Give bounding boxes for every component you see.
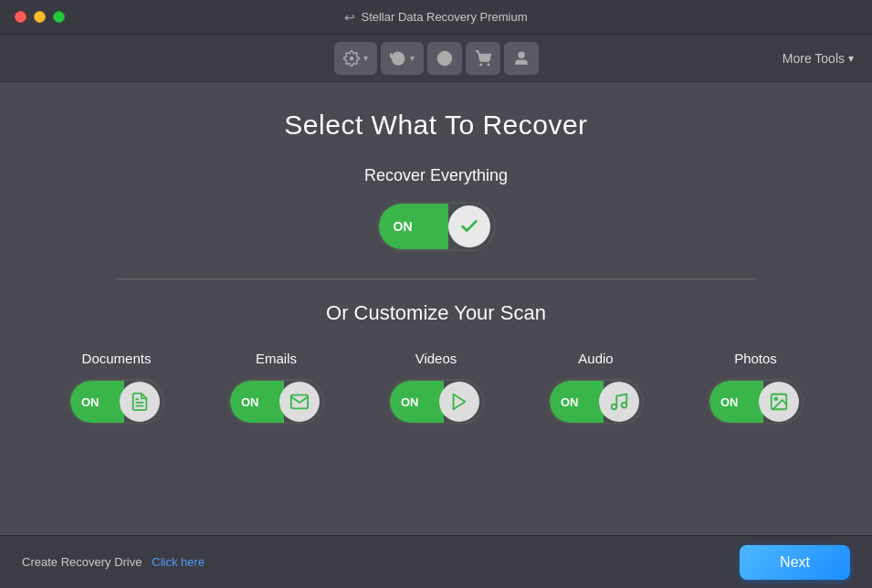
category-emails-label: Emails [256,351,297,366]
restore-icon [390,50,406,67]
videos-toggle-on: ON [401,395,419,409]
category-photos: Photos ON [676,351,835,425]
minimize-button[interactable] [34,11,46,23]
create-recovery-text: Create Recovery Drive [22,555,142,569]
recover-everything-toggle[interactable]: ON [377,202,496,251]
click-here-link[interactable]: Click here [152,555,205,569]
gear-icon [343,50,360,67]
titlebar: ↩ Stellar Data Recovery Premium [0,0,872,35]
audio-toggle-knob [599,382,639,422]
category-documents-label: Documents [82,351,152,366]
settings-dropdown-icon: ▾ [363,53,368,63]
category-documents: Documents ON [37,351,196,425]
svg-point-4 [519,52,524,58]
svg-point-11 [774,397,777,400]
category-emails: Emails ON [196,351,356,425]
close-button[interactable] [15,11,26,23]
documents-toggle-on: ON [81,395,100,409]
restore-dropdown-icon: ▾ [410,53,415,63]
cart-button[interactable] [466,42,500,75]
recover-everything-label: Recover Everything [364,166,508,185]
svg-point-2 [480,64,482,66]
emails-toggle[interactable]: ON [228,379,324,425]
photos-toggle-on: ON [720,395,739,409]
bottom-bar: Create Recovery Drive Click here Next [0,535,872,588]
help-icon [436,50,453,67]
photos-toggle[interactable]: ON [708,379,804,425]
next-button[interactable]: Next [740,545,850,580]
category-videos-label: Videos [415,351,457,366]
more-tools-chevron: ▾ [848,52,854,65]
main-content: Select What To Recover Recover Everythin… [0,82,872,443]
audio-icon [609,392,629,412]
photo-icon [769,392,789,412]
checkmark-icon [459,216,479,236]
maximize-button[interactable] [53,11,65,23]
customize-label: Or Customize Your Scan [326,301,546,325]
category-photos-label: Photos [734,351,777,366]
page-title: Select What To Recover [284,110,587,141]
audio-toggle[interactable]: ON [548,379,644,425]
app-title: Stellar Data Recovery Premium [361,10,527,24]
svg-marker-7 [454,394,466,410]
emails-toggle-on: ON [241,395,259,409]
toggle-on-label: ON [394,219,413,234]
document-icon [130,392,150,412]
section-divider [117,278,756,279]
category-audio: Audio ON [516,351,676,425]
toolbar-center: ▾ ▾ [334,42,539,75]
more-tools-label: More Tools [783,51,845,66]
video-icon [449,392,469,412]
email-icon [289,392,310,412]
restore-button[interactable]: ▾ [381,42,424,75]
toggle-knob [448,205,490,247]
more-tools-button[interactable]: More Tools ▾ [783,51,854,66]
documents-toggle[interactable]: ON [68,379,164,425]
svg-point-8 [612,404,617,410]
toolbar: ▾ ▾ More Tools ▾ [0,35,872,82]
emails-toggle-knob [279,382,320,422]
traffic-lights [15,11,65,23]
help-button[interactable] [427,42,462,75]
recover-everything-toggle-container: ON [377,202,496,251]
photos-toggle-knob [759,382,799,422]
svg-point-9 [622,403,627,408]
categories-row: Documents ON Emails [37,351,835,425]
create-recovery-section: Create Recovery Drive Click here [22,555,205,569]
category-videos: Videos ON [356,351,516,425]
back-icon: ↩ [344,10,355,25]
documents-toggle-knob [120,382,160,422]
category-audio-label: Audio [578,351,613,366]
window-title: ↩ Stellar Data Recovery Premium [344,10,527,25]
svg-point-3 [488,64,489,66]
videos-toggle[interactable]: ON [388,379,484,425]
cart-icon [475,50,491,67]
account-button[interactable] [504,42,539,75]
videos-toggle-knob [439,382,479,422]
settings-button[interactable]: ▾ [334,42,377,75]
audio-toggle-on: ON [561,395,579,409]
account-icon [513,50,530,67]
